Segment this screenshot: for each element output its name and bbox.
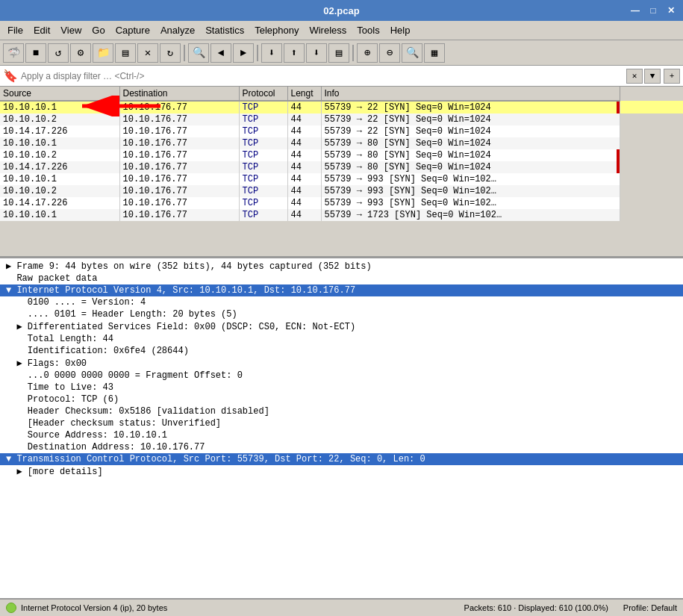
- cell-info: 55739 → 22 [SYN] Seq=0 Win=1024: [321, 113, 620, 125]
- reload-toolbar-btn[interactable]: ↻: [160, 43, 181, 63]
- open-toolbar-btn[interactable]: 📁: [93, 43, 113, 63]
- detail-line[interactable]: Header Checksum: 0x5186 [validation disa…: [0, 405, 683, 417]
- cell-proto: TCP: [239, 137, 287, 149]
- jump-last-toolbar-btn[interactable]: ⬇: [306, 43, 327, 63]
- filter-add-button[interactable]: +: [664, 69, 680, 84]
- cell-source: 10.14.17.226: [0, 161, 119, 173]
- detail-line[interactable]: Identification: 0x6fe4 (28644): [0, 345, 683, 357]
- detail-line[interactable]: Time to Live: 43: [0, 382, 683, 393]
- find-toolbar-btn[interactable]: 🔍: [188, 43, 209, 63]
- prev-toolbar-btn[interactable]: ◄: [210, 43, 231, 63]
- interface-status: Internet Protocol Version 4 (ip), 20 byt…: [21, 603, 449, 612]
- packet-detail: ▶ Frame 9: 44 bytes on wire (352 bits), …: [0, 258, 683, 598]
- profile-status: Profile: Default: [623, 603, 677, 612]
- cell-dest: 10.10.176.77: [119, 113, 239, 125]
- detail-line[interactable]: Protocol: TCP (6): [0, 393, 683, 405]
- options-toolbar-btn[interactable]: ⚙: [70, 43, 91, 63]
- menu-item-tools[interactable]: Tools: [352, 23, 384, 37]
- cell-source: 10.10.10.1: [0, 209, 119, 221]
- table-row[interactable]: 10.10.10.110.10.176.77TCP4455739 → 1723 …: [0, 209, 683, 221]
- filter-input[interactable]: [21, 71, 623, 81]
- zoom-in-toolbar-btn[interactable]: ⊕: [357, 43, 378, 63]
- menu-item-view[interactable]: View: [56, 23, 86, 37]
- cell-source: 10.10.10.2: [0, 113, 119, 125]
- cell-len: 44: [287, 185, 321, 197]
- cell-dest: 10.10.176.77: [119, 137, 239, 149]
- jump-up-toolbar-btn[interactable]: ⬆: [284, 43, 305, 63]
- menu-item-telephony[interactable]: Telephony: [250, 23, 303, 37]
- cell-dest: 10.10.176.77: [119, 101, 239, 113]
- detail-line[interactable]: ▶ Flags: 0x00: [0, 357, 683, 370]
- detail-line[interactable]: [Header checksum status: Unverified]: [0, 417, 683, 429]
- zoom-out-toolbar-btn[interactable]: ⊖: [379, 43, 400, 63]
- cell-len: 44: [287, 161, 321, 173]
- menu-item-go[interactable]: Go: [87, 23, 109, 37]
- table-row[interactable]: 10.10.10.110.10.176.77TCP4455739 → 993 […: [0, 173, 683, 185]
- packet-mark: [617, 102, 620, 113]
- stop-toolbar-btn[interactable]: ■: [25, 43, 46, 63]
- detail-line[interactable]: ▶ [more details]: [0, 465, 683, 478]
- detail-line[interactable]: .... 0101 = Header Length: 20 bytes (5): [0, 308, 683, 320]
- zoom-reset-toolbar-btn[interactable]: 🔍: [402, 43, 422, 63]
- detail-line[interactable]: ▼ Transmission Control Protocol, Src Por…: [0, 453, 683, 465]
- table-row[interactable]: 10.10.10.210.10.176.77TCP4455739 → 22 [S…: [0, 113, 683, 125]
- menu-item-wireless[interactable]: Wireless: [305, 23, 351, 37]
- table-row[interactable]: 10.14.17.22610.10.176.77TCP4455739 → 22 …: [0, 125, 683, 137]
- col-proto[interactable]: Protocol: [239, 87, 287, 101]
- filter-bookmark-icon[interactable]: 🔖: [3, 69, 18, 84]
- table-row[interactable]: 10.10.10.210.10.176.77TCP4455739 → 80 [S…: [0, 149, 683, 161]
- detail-line[interactable]: 0100 .... = Version: 4: [0, 296, 683, 308]
- cell-len: 44: [287, 173, 321, 185]
- close-button[interactable]: ✕: [665, 4, 677, 16]
- statusbar: Internet Protocol Version 4 (ip), 20 byt…: [0, 598, 683, 616]
- packet-mark: [617, 149, 620, 161]
- next-toolbar-btn[interactable]: ►: [233, 43, 254, 63]
- menu-item-help[interactable]: Help: [386, 23, 415, 37]
- minimize-button[interactable]: —: [629, 4, 641, 16]
- col-dest[interactable]: Destination: [119, 87, 239, 101]
- cell-len: 44: [287, 137, 321, 149]
- detail-line[interactable]: Total Length: 44: [0, 333, 683, 345]
- detail-line[interactable]: Destination Address: 10.10.176.77: [0, 441, 683, 453]
- cell-source: 10.10.10.1: [0, 137, 119, 149]
- table-row[interactable]: 10.10.10.110.10.176.77TCP4455739 → 22 [S…: [0, 101, 683, 113]
- save-toolbar-btn[interactable]: ▤: [115, 43, 136, 63]
- menu-item-capture[interactable]: Capture: [111, 23, 155, 37]
- menu-item-analyze[interactable]: Analyze: [156, 23, 199, 37]
- cell-proto: TCP: [239, 101, 287, 113]
- maximize-button[interactable]: □: [647, 4, 659, 16]
- cell-dest: 10.10.176.77: [119, 149, 239, 161]
- colorize-toolbar-btn[interactable]: ▤: [328, 43, 349, 63]
- detail-line[interactable]: ...0 0000 0000 0000 = Fragment Offset: 0: [0, 370, 683, 382]
- detail-line[interactable]: Source Address: 10.10.10.1: [0, 429, 683, 441]
- cell-info: 55739 → 80 [SYN] Seq=0 Win=1024: [321, 137, 620, 149]
- detail-line[interactable]: ▼ Internet Protocol Version 4, Src: 10.1…: [0, 284, 683, 296]
- menu-item-edit[interactable]: Edit: [29, 23, 54, 37]
- cell-proto: TCP: [239, 185, 287, 197]
- col-source[interactable]: Source: [0, 87, 119, 101]
- cell-info: 55739 → 22 [SYN] Seq=0 Win=1024: [321, 101, 620, 113]
- shark-toolbar-btn[interactable]: 🦈: [3, 43, 24, 63]
- table-row[interactable]: 10.14.17.22610.10.176.77TCP4455739 → 993…: [0, 197, 683, 209]
- cell-dest: 10.10.176.77: [119, 209, 239, 221]
- table-row[interactable]: 10.10.10.110.10.176.77TCP4455739 → 80 [S…: [0, 137, 683, 149]
- filter-clear-button[interactable]: ✕: [626, 69, 643, 84]
- table-row[interactable]: 10.14.17.22610.10.176.77TCP4455739 → 80 …: [0, 161, 683, 173]
- col-len[interactable]: Lengt: [287, 87, 321, 101]
- filter-dropdown-button[interactable]: ▼: [644, 69, 661, 84]
- menubar: FileEditViewGoCaptureAnalyzeStatisticsTe…: [0, 21, 683, 40]
- close-toolbar-btn[interactable]: ✕: [137, 43, 158, 63]
- jump-down-toolbar-btn[interactable]: ⬇: [261, 43, 282, 63]
- restart-toolbar-btn[interactable]: ↺: [48, 43, 69, 63]
- cell-info: 55739 → 80 [SYN] Seq=0 Win=1024: [321, 161, 620, 173]
- menu-item-file[interactable]: File: [3, 23, 28, 37]
- detail-line[interactable]: ▶ Frame 9: 44 bytes on wire (352 bits), …: [0, 260, 683, 273]
- menu-item-statistics[interactable]: Statistics: [201, 23, 249, 37]
- detail-line[interactable]: Raw packet data: [0, 273, 683, 284]
- detail-line[interactable]: ▶ Differentiated Services Field: 0x00 (D…: [0, 320, 683, 333]
- col-info[interactable]: Info: [321, 87, 620, 101]
- table-row[interactable]: 10.10.10.210.10.176.77TCP4455739 → 993 […: [0, 185, 683, 197]
- columns-toolbar-btn[interactable]: ▦: [424, 43, 445, 63]
- packets-status: Packets: 610 · Displayed: 610 (100.0%): [449, 603, 623, 612]
- cell-info: 55739 → 993 [SYN] Seq=0 Win=102…: [321, 173, 620, 185]
